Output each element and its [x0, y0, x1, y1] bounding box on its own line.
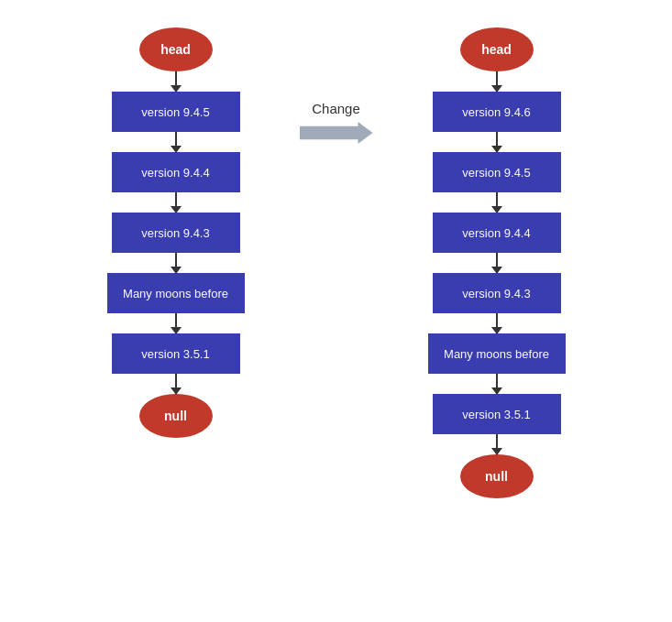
left-node-4: version 3.5.1 [112, 333, 240, 374]
left-arrow-1 [175, 132, 177, 152]
right-node-0-label: version 9.4.6 [462, 105, 530, 119]
left-arrow-5 [175, 374, 177, 394]
right-head-label: head [481, 42, 512, 57]
left-node-1: version 9.4.4 [112, 152, 240, 192]
right-arrow-3 [496, 253, 498, 273]
right-arrow-5 [496, 374, 498, 394]
right-arrow-0 [496, 71, 498, 92]
change-section: Change [281, 27, 391, 144]
right-node-1: version 9.4.5 [433, 152, 561, 192]
left-node-0-label: version 9.4.5 [141, 105, 209, 119]
right-tail-label: null [485, 469, 508, 484]
left-node-3: Many moons before [107, 273, 245, 313]
left-tail-label: null [164, 409, 187, 423]
left-node-1-label: version 9.4.4 [141, 166, 209, 180]
change-arrow [300, 122, 373, 144]
right-arrow-4 [496, 313, 498, 333]
change-label: Change [312, 101, 360, 116]
left-tail-node: null [139, 394, 213, 438]
right-tail-node: null [460, 454, 534, 498]
left-head-label: head [160, 42, 191, 57]
right-node-1-label: version 9.4.5 [462, 166, 530, 180]
right-node-2: version 9.4.4 [433, 213, 561, 253]
left-node-4-label: version 3.5.1 [141, 347, 209, 361]
change-arrow-body [300, 122, 373, 144]
right-node-5-label: version 3.5.1 [462, 408, 530, 421]
left-arrow-0 [175, 71, 177, 92]
right-node-4-label: Many moons before [444, 347, 549, 361]
right-node-0: version 9.4.6 [433, 92, 561, 132]
right-node-2-label: version 9.4.4 [462, 226, 530, 240]
right-chain: head version 9.4.6 version 9.4.5 version… [428, 27, 566, 498]
left-head-node: head [139, 27, 213, 71]
right-node-5: version 3.5.1 [433, 394, 561, 434]
left-node-2-label: version 9.4.3 [141, 226, 209, 240]
left-node-2: version 9.4.3 [112, 213, 240, 253]
left-arrow-2 [175, 192, 177, 213]
left-node-3-label: Many moons before [123, 287, 228, 300]
left-node-0: version 9.4.5 [112, 92, 240, 132]
right-node-3: version 9.4.3 [433, 273, 561, 313]
left-chain: head version 9.4.5 version 9.4.4 version… [107, 27, 245, 438]
right-node-4: Many moons before [428, 333, 566, 374]
right-arrow-1 [496, 132, 498, 152]
diagram-container: head version 9.4.5 version 9.4.4 version… [0, 0, 672, 526]
left-arrow-3 [175, 253, 177, 273]
right-head-node: head [460, 27, 534, 71]
left-arrow-4 [175, 313, 177, 333]
right-arrow-2 [496, 192, 498, 213]
right-node-3-label: version 9.4.3 [462, 287, 530, 300]
right-arrow-6 [496, 434, 498, 454]
